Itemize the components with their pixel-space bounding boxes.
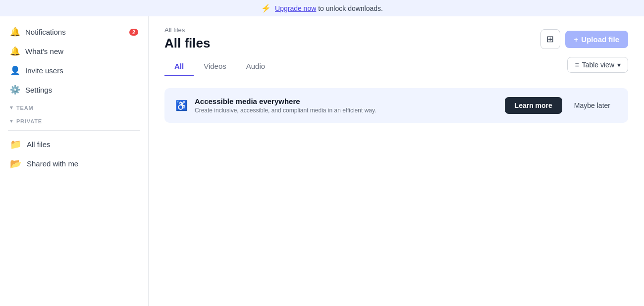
info-banner-text: Accessible media everywhere Create inclu… bbox=[195, 97, 498, 114]
gear-icon: ⚙️ bbox=[10, 85, 20, 95]
sidebar-item-whats-new[interactable]: 🔔 What's new bbox=[0, 42, 148, 61]
add-to-folder-button[interactable]: ⊞ bbox=[540, 29, 560, 49]
section-label: TEAM bbox=[16, 105, 34, 111]
tab-all[interactable]: All bbox=[164, 57, 194, 76]
sidebar-item-settings[interactable]: ⚙️ Settings bbox=[0, 80, 148, 100]
sidebar-section-team[interactable]: ▾ TEAM bbox=[0, 100, 148, 113]
sidebar: 🔔 Notifications 2 🔔 What's new 👤 Invite … bbox=[0, 16, 149, 306]
learn-more-button[interactable]: Learn more bbox=[505, 97, 562, 114]
sidebar-folder-shared-with-me[interactable]: 📂 Shared with me bbox=[0, 154, 148, 173]
chevron-down-icon: ▾ bbox=[10, 118, 13, 124]
main-layout: 🔔 Notifications 2 🔔 What's new 👤 Invite … bbox=[0, 16, 644, 306]
banner-suffix: to unlock downloads. bbox=[318, 4, 383, 12]
upgrade-banner: ⚡ Upgrade now to unlock downloads. bbox=[0, 0, 644, 16]
info-banner-title: Accessible media everywhere bbox=[195, 97, 498, 105]
upload-file-button[interactable]: + Upload file bbox=[565, 31, 628, 48]
info-banner: ♿ Accessible media everywhere Create inc… bbox=[164, 88, 628, 123]
sidebar-item-label: What's new bbox=[25, 47, 63, 55]
main-content: ♿ Accessible media everywhere Create inc… bbox=[149, 76, 644, 306]
sidebar-item-notifications[interactable]: 🔔 Notifications 2 bbox=[0, 22, 148, 42]
table-view-label: Table view bbox=[582, 61, 614, 69]
maybe-later-button[interactable]: Maybe later bbox=[567, 97, 617, 114]
content-area: All files All files ⊞ + Upload file All bbox=[149, 16, 644, 306]
info-banner-desc: Create inclusive, accessible, and compli… bbox=[195, 107, 498, 114]
banner-text: Upgrade now to unlock downloads. bbox=[275, 4, 383, 12]
tab-label: Audio bbox=[246, 62, 265, 70]
tabs-bar: All Videos Audio ≡ Table view ▾ bbox=[149, 57, 644, 76]
tab-audio[interactable]: Audio bbox=[236, 57, 275, 76]
sidebar-item-invite-users[interactable]: 👤 Invite users bbox=[0, 61, 148, 80]
title-block: All files All files bbox=[164, 26, 210, 51]
user-icon: 👤 bbox=[10, 65, 20, 76]
content-header: All files All files ⊞ + Upload file bbox=[149, 16, 644, 51]
bell-outline-icon: 🔔 bbox=[10, 46, 20, 56]
sidebar-divider bbox=[8, 130, 140, 131]
section-label: PRIVATE bbox=[16, 118, 42, 124]
header-actions: ⊞ + Upload file bbox=[540, 29, 628, 51]
list-icon: ≡ bbox=[575, 61, 579, 69]
table-view-button[interactable]: ≡ Table view ▾ bbox=[567, 57, 628, 73]
bell-icon: 🔔 bbox=[10, 27, 20, 37]
chevron-down-icon: ▾ bbox=[10, 104, 13, 111]
sidebar-section-private[interactable]: ▾ PRIVATE bbox=[0, 113, 148, 126]
folder-icon: 📁 bbox=[10, 139, 22, 150]
add-folder-icon: ⊞ bbox=[546, 34, 554, 45]
tab-label: All bbox=[174, 62, 184, 70]
lightning-icon: ⚡ bbox=[261, 3, 271, 13]
accessibility-icon: ♿ bbox=[175, 100, 188, 111]
page-title: All files bbox=[164, 36, 210, 51]
plus-icon: + bbox=[574, 35, 579, 44]
upgrade-now-link[interactable]: Upgrade now bbox=[275, 4, 316, 12]
sidebar-item-label: Notifications bbox=[25, 28, 66, 36]
sidebar-folder-all-files[interactable]: 📁 All files bbox=[0, 135, 148, 154]
breadcrumb: All files bbox=[164, 26, 210, 34]
tab-videos[interactable]: Videos bbox=[194, 57, 236, 76]
tab-label: Videos bbox=[204, 62, 226, 70]
folder-label: All files bbox=[27, 140, 51, 149]
info-banner-actions: Learn more Maybe later bbox=[505, 97, 617, 114]
sidebar-item-label: Settings bbox=[25, 86, 52, 94]
shared-folder-icon: 📂 bbox=[10, 158, 22, 169]
tabs-left: All Videos Audio bbox=[164, 57, 275, 76]
upload-label: Upload file bbox=[581, 35, 619, 44]
chevron-down-icon: ▾ bbox=[617, 61, 621, 69]
sidebar-item-label: Invite users bbox=[25, 66, 63, 75]
notifications-badge: 2 bbox=[129, 29, 138, 36]
folder-label: Shared with me bbox=[27, 159, 78, 168]
